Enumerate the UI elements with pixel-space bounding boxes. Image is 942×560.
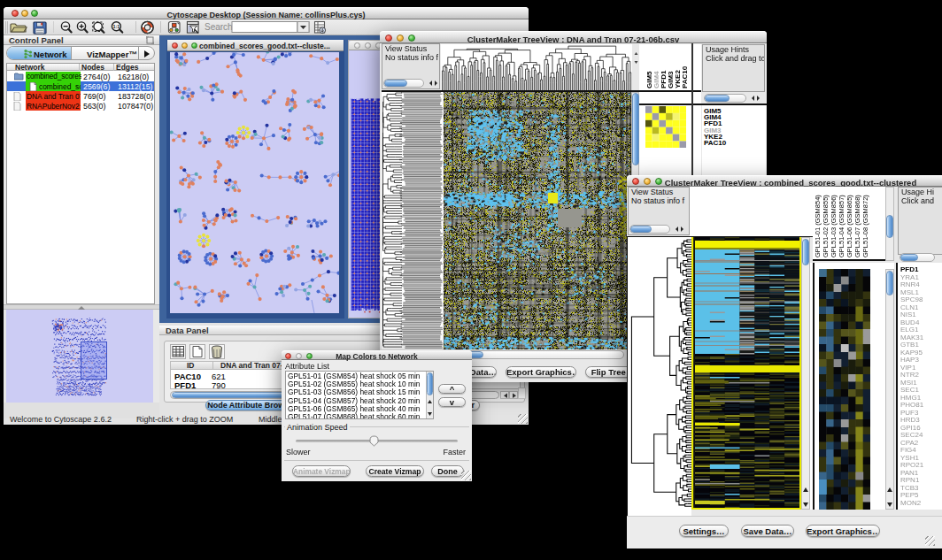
svg-text:Search:: Search: — [205, 22, 235, 32]
svg-text:1:1: 1:1 — [112, 24, 120, 29]
